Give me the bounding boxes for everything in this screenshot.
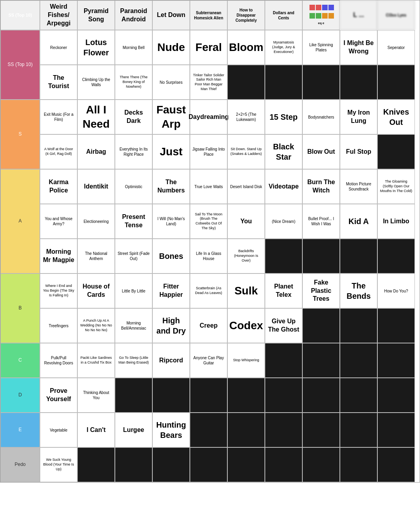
ss-empty3 [302, 65, 340, 100]
a-empty2 [302, 239, 340, 273]
pedo-label: Pedo [15, 462, 26, 468]
b-tier-main: B [0, 273, 40, 343]
b-empty3 [377, 308, 415, 343]
b-little-by-little: Little By Little [115, 273, 152, 308]
s-15-step: 15 Step [265, 100, 302, 134]
c-empty1 [265, 343, 302, 378]
e-hunting-bears: Hunting Bears [152, 413, 190, 447]
c-pulk-pull: Pulk/Pull Revolving Doors [40, 343, 77, 378]
b-treefingers: Treefingers [40, 308, 77, 343]
ss-label: SS (Top 10) [8, 62, 32, 68]
a-sail-to-moon: Sail To The Moon (Brush The Cobwebs Out … [190, 204, 227, 239]
s-knives-out: Knives Out [377, 100, 415, 134]
a-electioneering: Electioneering [77, 204, 115, 239]
ss-feral: Feral [190, 30, 227, 65]
b-give-up-ghost: Give Up The Ghost [265, 308, 302, 343]
pedo-empty3 [152, 447, 190, 482]
s-daydreaming: Daydreaming [190, 100, 227, 134]
a-empty1 [265, 239, 302, 273]
e-empty4 [302, 413, 340, 447]
s-just: Just [152, 134, 190, 169]
pedo-empty2 [115, 447, 152, 482]
d-empty5 [265, 378, 302, 413]
d-empty3 [190, 378, 227, 413]
a-i-will: I Will (No Man's Land) [152, 204, 190, 239]
c-anyone-can-play: Anyone Can Play Guitar [190, 343, 227, 378]
pedo-we-suck-young-blood: We Suck Young Blood (Your Time Is Up) [40, 447, 77, 482]
a-desert-island: Desert Island Disk [227, 169, 265, 204]
e-tier-main: E [0, 413, 40, 447]
d-tier-main: D [0, 378, 40, 413]
ss-tier-text: SS (Top 10) [8, 12, 32, 18]
a-street-spirit: Street Spirit (Fade Out) [115, 239, 152, 273]
ss-like-spinning: Like Spinning Plates [302, 30, 340, 65]
b-where-i-end: Where I End and You Begin (The Sky Is Fa… [40, 273, 77, 308]
header-subterranean: Subterranean Homesick Alien [190, 0, 227, 30]
d-empty8 [377, 378, 415, 413]
s-wolf-at-door: A Wolf at the Door (It Girl, Rag Doll) [40, 134, 77, 169]
b-high-and-dry: High and Dry [152, 308, 190, 343]
s-exit-music: Exit Music (For a Film) [40, 100, 77, 134]
s-all-i-need: All I Need [77, 100, 115, 134]
a-national-anthem: The National Anthem [77, 239, 115, 273]
a-life-glass-house: Life In a Glass House [190, 239, 227, 273]
header-l: L ... [340, 0, 377, 30]
c-empty4 [377, 343, 415, 378]
s-blow-out: Blow Out [302, 134, 340, 169]
c-label: C [19, 357, 22, 364]
ss-climbing-walls: Climbing Up the Walls [77, 65, 115, 100]
e-empty3 [265, 413, 302, 447]
d-empty6 [302, 378, 340, 413]
ss-the-tourist: The Tourist [40, 65, 77, 100]
header-weird-fishes: Weird Fishes/ Arpeggi [40, 0, 77, 30]
pedo-empty6 [265, 447, 302, 482]
c-tier-main: C [0, 343, 40, 378]
c-packt-like-sardines: Packt Like Sardines in a Crushd Tix Box [77, 343, 115, 378]
c-empty2 [302, 343, 340, 378]
ss-lotus-flower: Lotus Flower [77, 30, 115, 65]
b-scatterbrain: Scatterbrain (As Dead As Leaves) [190, 273, 227, 308]
ss-empty2 [265, 65, 302, 100]
b-fitter-happier: Fitter Happier [152, 273, 190, 308]
b-sulk: Sulk [227, 273, 265, 308]
ss-there-there: There There (The Boney King of Nowhere) [115, 65, 152, 100]
b-house-of-cards: House of Cards [77, 273, 115, 308]
s-label: S [19, 131, 22, 138]
a-true-love-waits: True Love Waits [190, 169, 227, 204]
pedo-tier-main: Pedo [0, 447, 40, 482]
a-in-limbo: In Limbo [377, 204, 415, 239]
s-ful-stop: Ful Stop [340, 134, 377, 169]
a-nice-dream: (Nice Dream) [265, 204, 302, 239]
b-empty2 [340, 308, 377, 343]
ss-myxamatosis: Myxamatosis (Judge, Jury & Executioner) [265, 30, 302, 65]
a-backdrifts: Backdrifts (Honeymoon Is Over) [227, 239, 265, 273]
header-paranoid-android: Paranoid Android [115, 0, 152, 30]
ss-seperator: Seperator [377, 30, 415, 65]
a-empty4 [377, 239, 415, 273]
s-2plus2: 2+2=5 (The Lukewarm) [227, 100, 265, 134]
s-airbag: Airbag [77, 134, 115, 169]
a-karma-police: Karma Police [40, 169, 77, 204]
b-the-bends: The Bends [340, 273, 377, 308]
d-thinking-about-you: Thinking About You [77, 378, 115, 413]
b-how-do-you: How Do You? [377, 273, 415, 308]
a-the-numbers: The Numbers [152, 169, 190, 204]
ss-tier-main: SS (Top 10) [0, 30, 40, 100]
a-morning-mr-magpie: Morning Mr Magpie [40, 239, 77, 273]
d-prove-yourself: Prove Yourself [40, 378, 77, 413]
a-kid-a: Kid A [340, 204, 377, 239]
b-punch-up: A Punch Up At A Wedding (No No No No No … [77, 308, 115, 343]
d-empty4 [227, 378, 265, 413]
e-label: E [19, 427, 22, 433]
pedo-empty8 [340, 447, 377, 482]
header-dots: eq e [302, 0, 340, 30]
pedo-empty7 [302, 447, 340, 482]
a-burn-the-witch: Burn The Witch [302, 169, 340, 204]
s-my-iron-lung: My Iron Lung [340, 100, 377, 134]
e-empty5 [340, 413, 377, 447]
e-lurgee: Lurgee [115, 413, 152, 447]
b-creep: Creep [190, 308, 227, 343]
pedo-empty1 [77, 447, 115, 482]
e-empty2 [227, 413, 265, 447]
ss-morning-bell: Morning Bell [115, 30, 152, 65]
